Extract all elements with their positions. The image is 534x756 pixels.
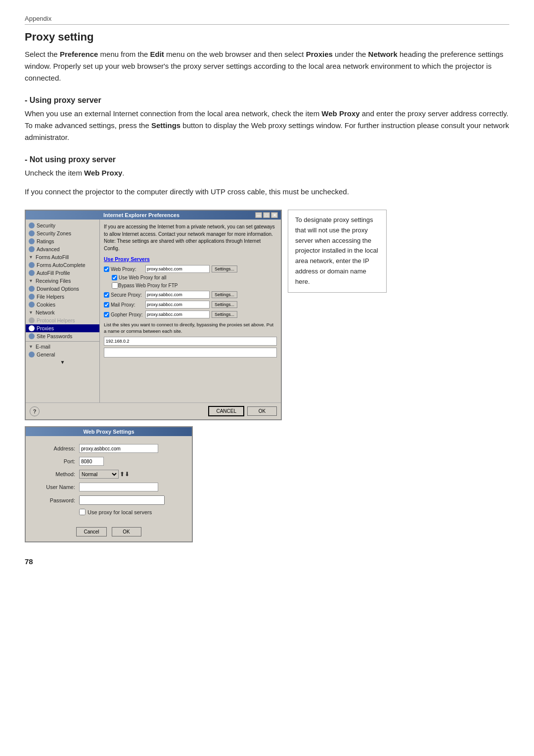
password-row: Password: — [36, 495, 182, 505]
appendix-label: Appendix — [25, 15, 509, 25]
sidebar-item-file-helpers[interactable]: File Helpers — [26, 293, 99, 301]
username-row: User Name: — [36, 483, 182, 491]
secure-proxy-input[interactable] — [145, 291, 210, 299]
gopher-proxy-settings-btn[interactable]: Settings... — [212, 311, 237, 318]
web-proxy-settings-btn[interactable]: Settings... — [212, 266, 237, 272]
method-stepper[interactable]: ⬆⬇ — [120, 471, 130, 478]
gopher-proxy-input[interactable] — [145, 311, 210, 318]
web-proxy-dialog-footer: Cancel OK — [26, 524, 192, 541]
not-using-proxy-line2: If you connect the projector to the comp… — [25, 186, 509, 198]
sidebar-item-site-passwords[interactable]: Site Passwords — [26, 332, 99, 340]
ie-dialog-maximize-btn[interactable]: □ — [263, 212, 270, 218]
web-proxy-ok-button[interactable]: OK — [112, 527, 141, 536]
not-using-proxy-line1: Uncheck the item Web Proxy. — [25, 167, 509, 179]
not-using-proxy-heading: - Not using proxy server — [25, 155, 509, 164]
sidebar-item-security-zones[interactable]: Security Zones — [26, 229, 99, 237]
mail-proxy-settings-btn[interactable]: Settings... — [212, 301, 237, 308]
port-input[interactable] — [79, 457, 104, 466]
sidebar-item-security[interactable]: Security — [26, 222, 99, 229]
using-proxy-text: When you use an external Internet connec… — [25, 108, 509, 143]
page-number: 78 — [25, 557, 509, 566]
help-icon[interactable]: ? — [30, 406, 40, 416]
ie-dialog-title: Internet Explorer Preferences — [29, 212, 254, 218]
use-web-proxy-all-row: Use Web Proxy for all — [112, 275, 277, 280]
direct-sites-text: List the sites you want to connect to di… — [104, 321, 277, 335]
method-row: Method: Normal Tunnel ⬆⬇ — [36, 470, 182, 479]
secure-proxy-settings-btn[interactable]: Settings... — [212, 291, 237, 298]
port-row: Port: — [36, 457, 182, 466]
ie-dialog-content: If you are accessing the Internet from a… — [100, 220, 281, 402]
bypass-ftp-row: Bypass Web Proxy for FTP — [112, 282, 277, 289]
sidebar-item-general[interactable]: General — [26, 351, 99, 358]
sidebar-item-download-options[interactable]: Download Options — [26, 285, 99, 293]
gopher-proxy-row: Gopher Proxy: Settings... — [104, 311, 277, 318]
sidebar-item-email[interactable]: ▼E-mail — [26, 343, 99, 351]
ie-dialog-minimize-btn[interactable]: — — [255, 212, 262, 218]
web-proxy-dialog-body: Address: Port: Method: Normal Tunnel ⬆⬇ — [26, 436, 192, 524]
sidebar-item-network[interactable]: ▼Network — [26, 309, 99, 316]
intro-text: Select the Preference menu from the Edit… — [25, 48, 509, 84]
ip-address-field[interactable] — [104, 337, 277, 346]
sidebar-item-forms-autofill[interactable]: ▼Forms AutoFill — [26, 253, 99, 261]
sidebar-item-proxies[interactable]: Proxies — [26, 324, 99, 332]
web-proxy-settings-dialog: Web Proxy Settings Address: Port: Method… — [25, 426, 193, 542]
mail-proxy-row: Mail Proxy: Settings... — [104, 301, 277, 309]
web-proxy-dialog-title: Web Proxy Settings — [29, 429, 189, 435]
use-proxy-local-row: Use proxy for local servers — [79, 509, 182, 515]
method-select[interactable]: Normal Tunnel — [79, 470, 119, 479]
sidebar-item-ratings[interactable]: Ratings — [26, 237, 99, 245]
bypass-ftp-checkbox[interactable] — [112, 282, 118, 289]
sidebar-item-autofill-profile[interactable]: AutoFill Profile — [26, 269, 99, 277]
secure-proxy-row: Secure Proxy: Settings... — [104, 291, 277, 299]
address-row: Address: — [36, 444, 182, 453]
web-proxy-input[interactable] — [145, 265, 210, 273]
sidebar-scroll-down[interactable]: ▼ — [26, 358, 99, 366]
ie-cancel-button[interactable]: CANCEL — [208, 406, 244, 416]
ie-dialog-close-btn[interactable]: ✕ — [271, 212, 278, 218]
web-proxy-checkbox[interactable] — [104, 267, 109, 272]
ie-dialog-sidebar: Security Security Zones Ratings Advanced… — [26, 220, 100, 402]
ie-ok-button[interactable]: OK — [247, 406, 277, 416]
mail-proxy-input[interactable] — [145, 301, 210, 309]
mail-proxy-checkbox[interactable] — [104, 302, 109, 308]
sidebar-item-receiving-files[interactable]: ▼Receiving Files — [26, 277, 99, 285]
using-proxy-heading: - Using proxy server — [25, 96, 509, 105]
password-input[interactable] — [79, 495, 165, 505]
sidebar-item-advanced[interactable]: Advanced — [26, 245, 99, 253]
section-title: Proxy setting — [25, 31, 509, 44]
note-box: To designate proxy settings that will no… — [288, 210, 387, 293]
use-proxy-local-checkbox[interactable] — [79, 509, 86, 515]
sidebar-item-protocol-helpers[interactable]: Protocol Helpers — [26, 316, 99, 324]
use-web-proxy-all-checkbox[interactable] — [112, 275, 117, 280]
username-input[interactable] — [79, 483, 158, 491]
sidebar-item-forms-autocomplete[interactable]: Forms AutoComplete — [26, 261, 99, 269]
web-proxy-row: Web Proxy: Settings... — [104, 265, 277, 273]
ie-preferences-dialog: Internet Explorer Preferences — □ ✕ Secu… — [25, 210, 282, 420]
use-proxy-servers-heading: Use Proxy Servers — [104, 256, 277, 262]
proxy-info-text: If you are accessing the Internet from a… — [104, 223, 277, 252]
web-proxy-cancel-button[interactable]: Cancel — [76, 527, 106, 536]
secure-proxy-checkbox[interactable] — [104, 292, 109, 298]
sidebar-item-cookies[interactable]: Cookies — [26, 301, 99, 309]
address-input[interactable] — [79, 444, 158, 453]
ie-dialog-footer: ? CANCEL OK — [26, 402, 281, 419]
gopher-proxy-checkbox[interactable] — [104, 312, 109, 317]
